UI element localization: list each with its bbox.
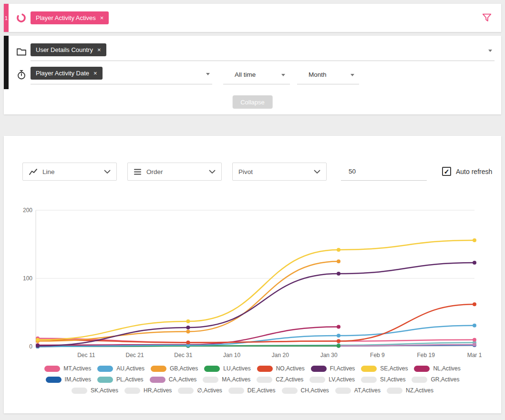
remove-time-dimension-icon[interactable]: × [93,70,97,76]
legend-swatch [412,377,427,383]
legend-item[interactable]: CZ,Actives [257,376,303,383]
series-point [186,330,190,334]
legend-item[interactable]: ∅,Actives [178,387,222,394]
granularity-select[interactable]: Month [297,67,359,84]
legend-item[interactable]: SK,Actives [72,387,118,394]
remove-dimension-icon[interactable]: × [97,47,101,53]
measure-chip[interactable]: Player Activity Actives × [31,11,109,24]
time-dimension-caret-icon[interactable] [206,73,210,75]
legend-label: CZ,Actives [276,376,303,383]
chart-card: Line Order Pivot ✓ Auto refresh 0100200D… [4,136,501,413]
remove-measure-icon[interactable]: × [100,15,104,21]
legend-label: FI,Actives [330,365,355,372]
legend-item[interactable]: LV,Actives [309,376,355,383]
legend-label: GR,Actives [431,376,459,383]
x-tick-label: Jan 10 [223,352,240,359]
legend-item[interactable]: HR,Actives [124,387,172,394]
legend-label: NL,Actives [433,365,460,372]
y-tick-label: 200 [23,207,32,214]
legend-swatch [204,366,220,372]
stopwatch-icon [16,69,27,81]
legend-item[interactable]: AT,Actives [335,387,381,394]
legend-item[interactable]: NO,Actives [257,365,305,372]
legend-item[interactable]: NL,Actives [414,365,460,372]
series-point [337,334,340,338]
order-select[interactable]: Order [127,163,222,181]
y-tick-label: 0 [29,343,32,350]
limit-input[interactable] [341,163,427,181]
time-dimension-chip[interactable]: Player Activity Date × [31,67,103,80]
legend-item[interactable]: MT,Actives [44,365,91,372]
legend-item[interactable]: AU,Actives [97,365,144,372]
dimension-chip[interactable]: User Details Country × [31,43,106,56]
legend-label: NZ,Actives [406,387,433,394]
legend-swatch [150,377,165,383]
dimension-caret-icon[interactable] [488,50,492,52]
legend-label: AT,Actives [354,387,381,394]
x-tick-label: Mar 1 [467,352,482,359]
legend-item[interactable]: LU,Actives [204,365,250,372]
x-tick-label: Feb 19 [417,352,435,359]
date-range-select[interactable]: All time [223,67,290,84]
series-point [337,259,340,263]
dimension-row: User Details Country × [16,43,495,61]
collapse-button[interactable]: Collapse [232,95,273,109]
legend-label: SK,Actives [91,387,118,394]
legend-label: MT,Actives [63,365,91,372]
legend-item[interactable]: DE,Actives [228,387,276,394]
legend-label: NO,Actives [276,365,305,372]
legend-swatch [97,366,113,372]
legend-swatch [311,366,327,372]
legend-item[interactable]: FI,Actives [311,365,355,372]
series-point [337,344,340,348]
legend-swatch [257,377,272,383]
y-tick-label: 100 [23,275,32,282]
legend-item[interactable]: SE,Actives [361,365,408,372]
legend-swatch [257,366,273,372]
legend-item[interactable]: SI,Actives [361,376,405,383]
chart-legend: MT,ActivesAU,ActivesGB,ActivesLU,Actives… [4,365,501,394]
line-chart-icon [29,168,38,176]
chart-type-select[interactable]: Line [22,163,117,181]
pivot-select[interactable]: Pivot [232,163,327,181]
dimension-field[interactable]: User Details Country × [31,43,495,61]
series-point [473,338,476,342]
series-point [473,343,476,347]
series-point [337,248,340,252]
legend-swatch [151,366,166,372]
chevron-down-icon [104,170,111,174]
legend-label: IM,Actives [65,376,91,383]
chevron-down-icon [209,170,216,174]
legend-item[interactable]: GB,Actives [151,365,198,372]
granularity-value: Month [309,71,327,78]
measure-chip-label: Player Activity Actives [36,14,96,21]
series-point [36,344,40,348]
legend-label: HR,Actives [144,387,172,394]
legend-label: SE,Actives [380,365,408,372]
legend-item[interactable]: MA,Actives [203,376,250,383]
row-number: 1 [5,15,8,21]
legend-item[interactable]: CA,Actives [150,376,197,383]
legend-swatch [335,388,351,394]
legend-swatch [309,377,325,383]
legend-item[interactable]: CH,Actives [282,387,329,394]
series-point [337,339,340,343]
legend-item[interactable]: PL,Actives [97,376,144,383]
legend-swatch [44,366,60,372]
x-tick-label: Dec 11 [77,352,95,359]
legend-label: SI,Actives [380,376,405,383]
legend-item[interactable]: NZ,Actives [387,387,433,394]
legend-swatch [414,366,430,372]
x-tick-label: Dec 21 [126,352,144,359]
auto-refresh-checkbox[interactable]: ✓ [442,167,451,176]
legend-item[interactable]: GR,Actives [412,376,459,383]
legend-item[interactable]: IM,Actives [46,376,91,383]
time-dimension-field[interactable]: Player Activity Date × [31,67,212,84]
x-tick-label: Jan 20 [272,352,289,359]
filter-funnel-icon[interactable] [482,12,492,23]
chart-type-value: Line [42,168,55,175]
pivot-value: Pivot [238,168,253,175]
series-point [473,238,476,242]
auto-refresh-label: Auto refresh [456,168,492,175]
series-point [186,319,190,323]
